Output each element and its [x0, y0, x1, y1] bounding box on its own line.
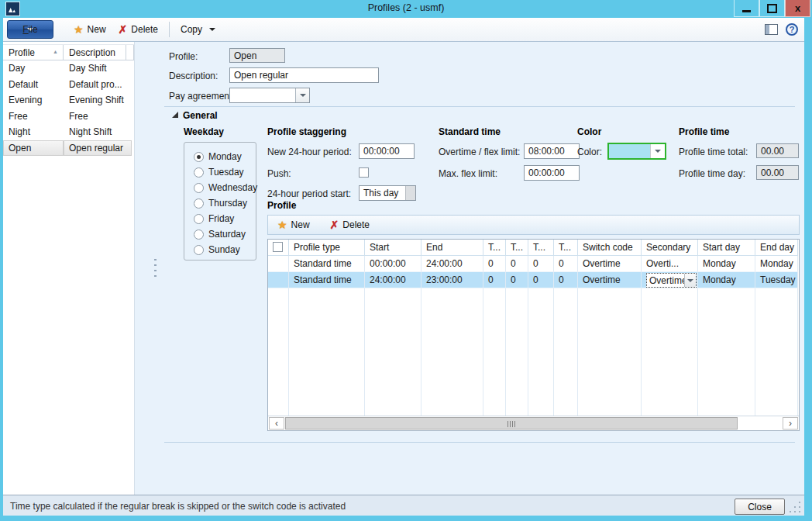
scrollbar-grip-icon: [508, 421, 515, 427]
minimize-button[interactable]: [734, 0, 759, 17]
list-column-profile-label: Profile: [9, 47, 35, 58]
grid-column-header[interactable]: T...: [506, 240, 528, 256]
list-cell-profile: Open: [3, 140, 64, 157]
grid-cell: 0: [506, 272, 528, 288]
grid-cell: Overti...: [642, 256, 698, 272]
list-row[interactable]: EveningEvening Shift: [3, 92, 134, 109]
help-icon[interactable]: ?: [786, 23, 798, 36]
delete-button[interactable]: ✗ Delete: [112, 20, 164, 39]
scrollbar-thumb[interactable]: [285, 417, 738, 430]
status-bar: Time type calculated if the regular brea…: [3, 495, 804, 516]
grid-column-header[interactable]: Switch code: [578, 240, 642, 256]
grid-new-button[interactable]: ★ New: [273, 216, 315, 234]
delete-label: Delete: [131, 24, 158, 35]
profile-list-body: DayDay ShiftDefaultDefault pro...Evening…: [3, 60, 134, 156]
list-column-description-label: Description: [69, 47, 115, 58]
main-panel: Profile: Open Description: Open regular …: [135, 42, 804, 495]
radio-icon: [194, 167, 204, 178]
new-label: New: [88, 24, 106, 35]
grid-column-header[interactable]: Start day: [698, 240, 755, 256]
weekday-option-monday[interactable]: Monday: [184, 149, 256, 164]
select-all-checkbox[interactable]: [273, 242, 283, 252]
grid-empty-cell: [578, 288, 642, 417]
maximize-button[interactable]: [759, 0, 785, 17]
grid-delete-button[interactable]: ✗ Delete: [325, 216, 374, 234]
color-dropdown-icon[interactable]: [650, 144, 665, 158]
weekday-option-thursday[interactable]: Thursday: [184, 195, 256, 211]
grid-column-header[interactable]: End: [421, 240, 483, 256]
status-message: Time type calculated if the regular brea…: [10, 501, 346, 512]
list-column-description[interactable]: Description: [64, 45, 126, 60]
grid-column-header[interactable]: Start: [365, 240, 421, 256]
profile-time-total-label: Profile time total:: [679, 147, 748, 157]
weekday-option-friday[interactable]: Friday: [184, 211, 256, 226]
period-start-value: This day: [363, 188, 398, 198]
grid-delete-label: Delete: [342, 219, 370, 230]
grid-cell: 00:00:00: [365, 256, 421, 272]
color-combo[interactable]: [607, 143, 666, 160]
list-row[interactable]: NightNight Shift: [3, 124, 134, 140]
general-section-title[interactable]: General: [183, 110, 218, 121]
list-row[interactable]: OpenOpen regular: [3, 140, 134, 157]
list-cell-profile: Evening: [3, 92, 64, 109]
push-checkbox[interactable]: [359, 167, 369, 178]
secondary-combo-dropdown-icon[interactable]: [684, 274, 696, 287]
profile-field[interactable]: Open: [229, 48, 285, 63]
scroll-right-icon[interactable]: ›: [783, 417, 798, 430]
grid-horizontal-scrollbar[interactable]: ‹ ›: [268, 416, 799, 430]
list-row[interactable]: FreeFree: [3, 109, 134, 125]
file-menu-label: File: [22, 24, 37, 35]
toolbar-separator: [169, 22, 170, 37]
copy-dropdown-icon: [209, 28, 215, 31]
overtime-flex-limit-field[interactable]: 08:00:00: [524, 143, 580, 159]
sort-asc-icon: ▲: [53, 49, 58, 54]
grid-column-header[interactable]: T...: [483, 240, 506, 256]
pay-agreement-combo[interactable]: [229, 88, 310, 103]
list-row[interactable]: DefaultDefault pro...: [3, 77, 134, 93]
secondary-combo-value: Overtime: [647, 274, 684, 287]
general-expander-icon[interactable]: [172, 112, 178, 118]
weekday-option-sunday[interactable]: Sunday: [184, 242, 256, 257]
resize-grip-icon[interactable]: [790, 502, 800, 512]
grid-cell: 0: [506, 256, 528, 272]
grid-cell: 0: [554, 256, 578, 272]
weekday-option-tuesday[interactable]: Tuesday: [184, 164, 256, 180]
description-field[interactable]: Open regular: [229, 67, 379, 83]
radio-icon: [194, 198, 204, 209]
profile-field-label: Profile:: [169, 51, 198, 62]
splitter-handle[interactable]: [154, 259, 157, 280]
close-window-button[interactable]: x: [785, 0, 810, 17]
profile-time-day-label: Profile time day:: [679, 168, 745, 179]
grid-row[interactable]: Standard time24:00:0023:00:000000Overtim…: [268, 272, 799, 288]
grid-column-header[interactable]: T...: [528, 240, 554, 256]
secondary-combo[interactable]: Overtime: [646, 273, 697, 288]
grid-column-header[interactable]: T...: [554, 240, 578, 256]
copy-button[interactable]: Copy: [174, 20, 222, 39]
grid-cell: Overtime: [578, 256, 642, 272]
overtime-flex-limit-label: Overtime / flex limit:: [439, 147, 520, 157]
grid-cell: 0: [483, 256, 506, 272]
grid-column-header[interactable]: End day: [755, 240, 798, 256]
list-cell-profile: Free: [3, 109, 64, 125]
list-row[interactable]: DayDay Shift: [3, 60, 134, 77]
weekday-option-saturday[interactable]: Saturday: [184, 226, 256, 242]
pay-agreement-dropdown-icon[interactable]: [295, 88, 309, 102]
close-button[interactable]: Close: [735, 499, 785, 515]
new-button[interactable]: ★ New: [67, 20, 112, 39]
profile-time-day-field: 00.00: [756, 165, 799, 180]
max-flex-limit-field[interactable]: 00:00:00: [524, 165, 580, 181]
file-menu-button[interactable]: File: [7, 20, 53, 39]
scroll-left-icon[interactable]: ‹: [269, 417, 284, 430]
list-column-profile[interactable]: Profile ▲: [3, 45, 64, 60]
grid-cell: 23:00:00: [421, 272, 483, 288]
list-cell-description: Open regular: [64, 140, 132, 157]
weekday-option-wednesday[interactable]: Wednesday: [184, 180, 256, 195]
new-24-hour-period-field[interactable]: 00:00:00: [359, 143, 415, 159]
grid-cell: Standard time: [289, 272, 365, 288]
grid-column-header[interactable]: Profile type: [289, 240, 365, 256]
period-start-button[interactable]: [405, 186, 415, 200]
layout-view-icon[interactable]: [765, 24, 778, 35]
period-start-field[interactable]: This day: [359, 185, 416, 201]
grid-row[interactable]: Standard time00:00:0024:00:000000Overtim…: [268, 256, 799, 272]
grid-column-header[interactable]: Secondary: [642, 240, 698, 256]
